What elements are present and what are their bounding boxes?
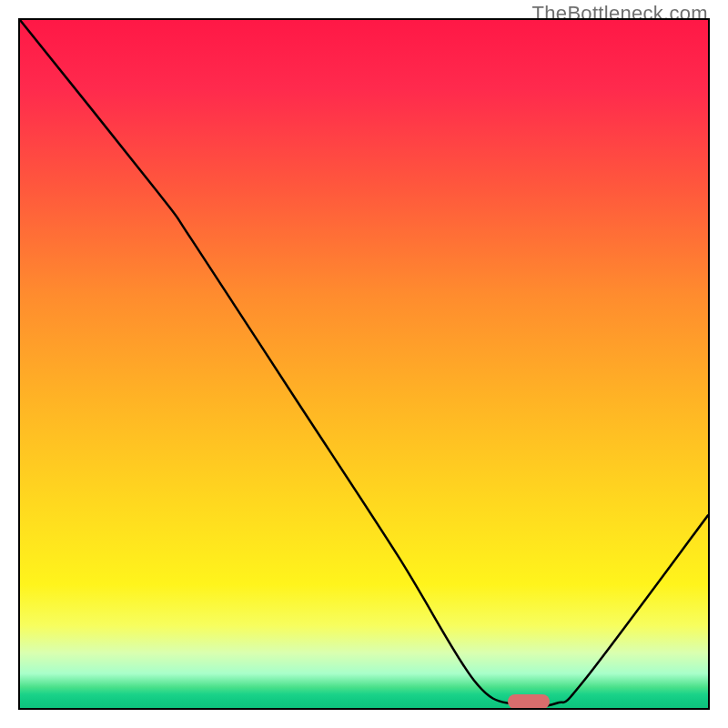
bottleneck-curve	[20, 20, 708, 708]
optimal-point-marker	[508, 694, 550, 709]
chart-area	[18, 18, 710, 710]
